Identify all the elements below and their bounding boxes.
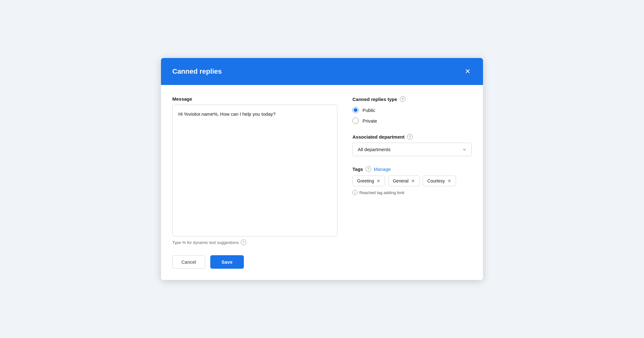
department-help-icon[interactable]: ? xyxy=(407,134,413,140)
hint-help-icon[interactable]: ? xyxy=(241,240,246,245)
modal-footer: Cancel Save xyxy=(161,255,483,280)
canned-type-help-icon[interactable]: ? xyxy=(400,96,405,102)
canned-replies-modal: Canned replies ✕ Message Type % for dyna… xyxy=(161,58,483,280)
radio-public-input[interactable] xyxy=(352,107,359,113)
tags-list: Greeting ✕ General ✕ Courtesy ✕ xyxy=(352,176,472,186)
hint-text: Type % for dynamic text suggestions ? xyxy=(172,240,337,245)
modal-header: Canned replies ✕ xyxy=(161,58,483,85)
tag-general-remove[interactable]: ✕ xyxy=(411,179,415,183)
tag-greeting-remove[interactable]: ✕ xyxy=(377,179,380,183)
tag-greeting-label: Greeting xyxy=(357,178,374,183)
radio-private-input[interactable] xyxy=(352,118,359,124)
tags-header: Tags ? Manage xyxy=(352,166,472,172)
tag-general: General ✕ xyxy=(388,176,420,186)
manage-tags-link[interactable]: Manage xyxy=(374,166,391,172)
tag-limit-message: i Reached tag adding limit xyxy=(352,190,472,195)
message-label: Message xyxy=(172,96,337,102)
tag-courtesy-label: Courtesy xyxy=(427,178,445,183)
canned-type-section-title: Canned replies type ? xyxy=(352,96,472,102)
tag-courtesy-remove[interactable]: ✕ xyxy=(448,179,451,183)
radio-public-label: Public xyxy=(362,108,375,113)
radio-public[interactable]: Public xyxy=(352,107,472,113)
modal-body: Message Type % for dynamic text suggesti… xyxy=(161,85,483,255)
radio-group: Public Private xyxy=(352,107,472,124)
tags-help-icon[interactable]: ? xyxy=(366,166,371,172)
tags-section: Tags ? Manage Greeting ✕ General ✕ Court… xyxy=(352,166,472,195)
radio-private[interactable]: Private xyxy=(352,118,472,124)
modal-title: Canned replies xyxy=(172,67,222,76)
close-button[interactable]: ✕ xyxy=(464,67,472,76)
message-textarea[interactable] xyxy=(172,105,337,236)
tag-general-label: General xyxy=(393,178,409,183)
tag-greeting: Greeting ✕ xyxy=(352,176,385,186)
left-column: Message Type % for dynamic text suggesti… xyxy=(172,96,337,245)
save-button[interactable]: Save xyxy=(210,255,244,269)
department-section: Associated department ? All departments … xyxy=(352,134,472,156)
right-column: Canned replies type ? Public Private Ass… xyxy=(352,96,472,245)
cancel-button[interactable]: Cancel xyxy=(172,255,205,269)
radio-private-label: Private xyxy=(362,118,377,124)
tag-limit-info-icon: i xyxy=(352,190,357,195)
department-label: Associated department ? xyxy=(352,134,472,140)
department-select[interactable]: All departments Sales Support Technical xyxy=(352,143,472,156)
tag-courtesy: Courtesy ✕ xyxy=(423,176,456,186)
